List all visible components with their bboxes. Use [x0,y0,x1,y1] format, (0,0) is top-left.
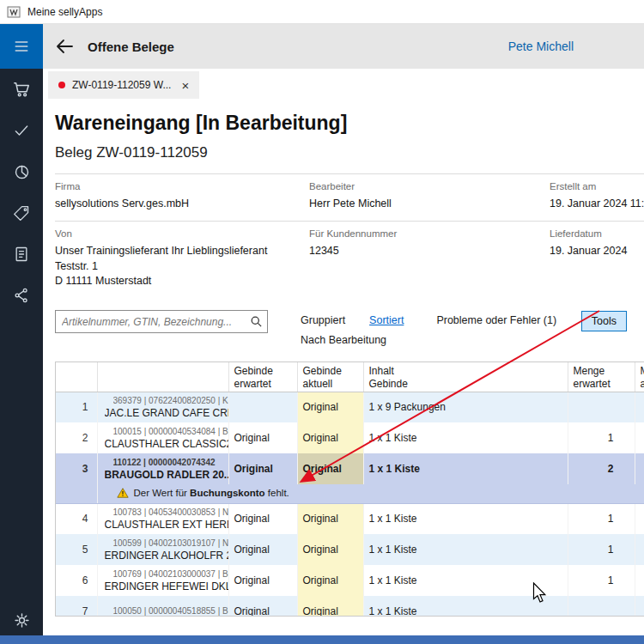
app-window: Meine sellyApps [0,0,644,644]
row-number: 7 [56,596,97,617]
gebinde-aktuell-cell[interactable]: Original [297,565,363,596]
field-label: Von [55,228,309,239]
sidebar-item-cart[interactable] [0,69,43,110]
gebinde-aktuell-cell[interactable]: Original [297,453,363,484]
article-name: ERDINGER HEFEWEI DKL... [105,580,228,592]
back-button[interactable] [50,31,81,62]
article-meta: 110122 | 00000042074342 [113,458,228,467]
tab-close-icon[interactable]: × [181,79,189,92]
gebinde-aktuell-cell[interactable]: Original [297,422,363,453]
field-value: 19. Januar 2024 [550,244,644,259]
article-name: CLAUSTHALER EXT HERB... [105,519,228,531]
table-row-7[interactable]: 7 100050 | 00000040518855 | Bier... Orig… [56,596,644,617]
menge-erwartet-cell: 1 [568,565,635,596]
menge-aktuell-cell [635,596,644,617]
info-row-2: Von Unser Trainingslieferant Ihr Lieblin… [55,221,644,298]
row-number: 2 [56,422,97,453]
price-tag-icon [13,204,31,222]
menge-aktuell-cell [635,392,644,422]
unsaved-indicator-icon [58,82,65,88]
info-row-1: Firma sellysolutions Serv.ges.mbH Bearbe… [55,173,644,221]
page-title: Wareneingang [In Bearbeitung] [55,112,644,135]
col-inhalt-gebinde[interactable]: Inhalt Gebinde [363,362,568,392]
inhalt-cell: 1 x 1 Kiste [363,534,568,565]
article-meta: 100050 | 00000040518855 | Bier... [113,606,228,616]
pie-chart-icon [13,163,31,181]
article-meta: 100599 | 04002103019107 | Nich... [113,538,228,548]
field-label: Für Kundennummer [309,228,550,239]
sidebar-item-reports[interactable] [0,151,43,192]
menge-erwartet-cell [568,392,635,422]
sidebar-item-tasks[interactable] [0,110,43,151]
table-row-1[interactable]: 1 369379 | 07622400820250 | Kaff... JAC.… [56,392,644,422]
sort-controls: Gruppiert Sortiert Nach Bearbeitung [301,310,404,346]
inhalt-cell: 1 x 9 Packungen [363,392,568,422]
article-cell: 100599 | 04002103019107 | Nich... ERDING… [97,534,228,565]
sidebar-item-menu[interactable] [0,24,43,69]
sidebar-item-share[interactable] [0,275,43,316]
gebinde-erwartet-cell: Original [228,596,297,617]
col-article [97,362,228,392]
col-menge-erwartet[interactable]: Menge erwartet [568,362,635,392]
row-number: 3 [56,453,97,484]
tools-button[interactable]: Tools [581,311,627,331]
inhalt-cell: 1 x 1 Kiste [363,503,568,534]
search-icon[interactable] [245,315,267,328]
field-value: 12345 [309,244,550,259]
gebinde-erwartet-cell: Original [228,565,297,596]
menge-erwartet-cell: 1 [568,534,635,565]
page-header-title: Offene Belege [88,39,174,54]
warning-text: fehlt. [265,488,289,498]
table-row-6[interactable]: 6 100769 | 04002103000037 | Bier... ERDI… [56,565,644,596]
gebinde-aktuell-cell[interactable]: Original [297,596,363,617]
field-value-line: D 11111 Musterstadt [55,274,309,289]
user-link[interactable]: Pete Michell [508,39,574,53]
sidebar-item-settings[interactable] [0,599,43,641]
tab-label: ZW-0119-112059 W... [72,79,171,91]
article-cell: 100050 | 00000040518855 | Bier... [97,596,228,617]
warning-text: Der Wert für [134,488,191,498]
search-box [55,310,268,333]
menge-erwartet-cell: 2 [568,453,635,484]
col-label: Menge aktuell [641,365,644,391]
article-cell: 100783 | 04053400030853 | Nich... CLAUST… [97,503,228,534]
article-name: JAC.LE GRAND CAFE CRE... [105,407,228,419]
col-menge-aktuell[interactable]: Menge aktuell [635,362,644,392]
search-input[interactable] [56,316,245,328]
problems-filter-link[interactable]: Probleme oder Fehler (1) [436,310,556,326]
gebinde-aktuell-cell[interactable]: Original [297,503,363,534]
col-gebinde-erwartet[interactable]: Gebinde erwartet [228,362,297,392]
article-name: BRAUGOLD RADLER 20... [105,469,228,481]
gebinde-erwartet-cell: Original [228,503,297,534]
menge-erwartet-cell: 1 [568,503,635,534]
gebinde-aktuell-cell[interactable]: Original [297,392,363,422]
sidebar-item-prices[interactable] [0,192,43,234]
article-meta: 100783 | 04053400030853 | Nich... [113,507,228,517]
menge-erwartet-cell [568,596,635,617]
content-area: Offene Belege Pete Michell ZW-0119-11205… [43,24,644,644]
gear-icon [13,611,31,629]
field-value: 19. Januar 2024 11:20 [550,197,644,212]
hamburger-menu-icon [13,38,30,55]
tab-bar: ZW-0119-112059 W... × [43,69,644,101]
sort-mode-link[interactable]: Nach Bearbeitung [301,334,404,346]
gruppiert-link[interactable]: Gruppiert [301,314,345,326]
sidebar [0,24,43,644]
col-gebinde-aktuell[interactable]: Gebinde aktuell [297,362,363,392]
table-row-2[interactable]: 2 100015 | 00000040534084 | Bier... CLAU… [56,422,644,453]
sidebar-item-journal[interactable] [0,234,43,275]
app-icon [7,5,21,19]
table-row-4[interactable]: 4 100783 | 04053400030853 | Nich... CLAU… [56,503,644,534]
menge-aktuell-cell [635,565,644,596]
table-row-3-selected[interactable]: 3 110122 | 00000042074342 BRAUGOLD RADLE… [56,453,644,484]
field-lieferdatum: Lieferdatum 19. Januar 2024 [550,228,644,289]
table-row-5[interactable]: 5 100599 | 04002103019107 | Nich... ERDI… [56,534,644,565]
row-number: 5 [56,534,97,565]
document-tab[interactable]: ZW-0119-112059 W... × [48,71,199,99]
gebinde-aktuell-cell[interactable]: Original [297,534,363,565]
field-label: Lieferdatum [550,228,644,239]
article-cell: 100015 | 00000040534084 | Bier... CLAUST… [97,422,228,453]
gebinde-erwartet-cell: Original [228,422,297,453]
sortiert-link[interactable]: Sortiert [369,314,404,326]
gebinde-erwartet-cell: Original [228,453,297,484]
